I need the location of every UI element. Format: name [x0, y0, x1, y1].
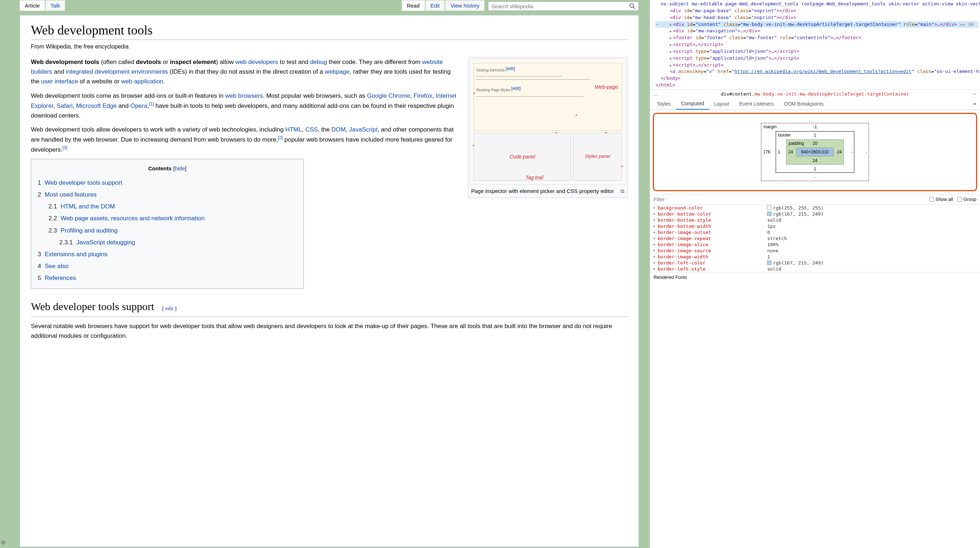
tab-dom-breakpoints[interactable]: DOM Breakpoints: [779, 99, 829, 109]
tab-talk[interactable]: Talk: [46, 0, 65, 11]
toc-item[interactable]: 4See also: [38, 260, 297, 272]
filter-row: Show all Group: [650, 194, 980, 205]
box-model-diagram[interactable]: margin -1 - 176 - border 1 1 1 - padding…: [653, 113, 977, 191]
link-web-developers[interactable]: web developers: [235, 59, 278, 65]
enlarge-icon[interactable]: ⧉: [620, 187, 625, 196]
search-icon[interactable]: [629, 3, 636, 10]
toc-title: Contents: [148, 165, 172, 171]
thumb-tag-trail: Tag trail: [526, 174, 543, 182]
thumbnail-image[interactable]: Viewing Elements [edit] * * Web-page Stu…: [470, 59, 626, 185]
article-content: Web development tools From Wikipedia, th…: [20, 15, 639, 547]
link-web-application[interactable]: web application: [121, 78, 163, 85]
toc-item[interactable]: 5References: [38, 272, 297, 284]
dom-selected-node[interactable]: ⋯<div id="content" class="mw-body ve-ini…: [655, 21, 978, 28]
namespace-tabs: Article Talk: [20, 0, 65, 11]
term-bold: Web development tools: [31, 59, 99, 65]
thumb-code-panel: Code panel: [474, 132, 571, 181]
svg-point-0: [630, 3, 634, 8]
link-dom[interactable]: DOM: [331, 126, 346, 133]
property-row[interactable]: border-bottom-stylesolid: [654, 217, 980, 223]
dom-class-fragment: ns-subject mw-editable page-Web_developm…: [661, 1, 980, 6]
link-opera[interactable]: Opera: [130, 102, 147, 109]
svg-line-1: [633, 7, 635, 9]
tab-history[interactable]: View history: [445, 0, 484, 11]
tab-edit[interactable]: Edit: [426, 0, 445, 11]
tab-computed[interactable]: Computed: [676, 98, 709, 110]
link-html[interactable]: HTML: [285, 126, 302, 133]
dom-href-link[interactable]: https://en.wikipedia.org/wiki/Web_develo…: [734, 68, 912, 74]
show-all-checkbox[interactable]: Show all: [929, 197, 953, 202]
link-safari[interactable]: Safari: [57, 102, 73, 109]
dom-tree[interactable]: ns-subject mw-editable page-Web_developm…: [650, 0, 980, 89]
tabs-row: Article Talk Read Edit View history: [20, 0, 639, 11]
toc-item[interactable]: 2.3Profiling and auditing: [48, 225, 297, 236]
ellipsis-icon[interactable]: ⋯: [656, 21, 659, 28]
link-webpage[interactable]: webpage: [325, 68, 349, 75]
toc-item[interactable]: 2.1HTML and the DOM: [48, 201, 297, 212]
toc-item[interactable]: 2.3.1JavaScript debugging: [59, 236, 297, 248]
devtools-subtabs: Styles Computed Layout Event Listeners D…: [650, 98, 980, 110]
thumb-styles-panel: Styles panel: [573, 132, 622, 181]
thumbnail-caption: Page inspector with element picker and C…: [471, 187, 614, 196]
tab-layout[interactable]: Layout: [709, 99, 734, 109]
toc-hide[interactable]: hide: [175, 165, 185, 171]
page-title: Web development tools: [31, 22, 628, 40]
link-ui[interactable]: user interface: [41, 78, 78, 85]
link-firefox[interactable]: Firefox: [414, 92, 432, 99]
ref-2[interactable]: [2]: [278, 135, 283, 140]
tab-read[interactable]: Read: [402, 0, 425, 11]
link-web-browsers[interactable]: web browsers: [225, 92, 263, 99]
box-content-size: 840×2603.010: [797, 148, 834, 156]
tab-styles[interactable]: Styles: [652, 99, 676, 109]
link-debug[interactable]: debug: [310, 59, 327, 65]
table-of-contents: Contents [hide] 1Web developer tools sup…: [31, 159, 304, 289]
thumb-label-webpage: Web-page: [595, 83, 618, 91]
search-input[interactable]: [491, 3, 629, 10]
toc-item[interactable]: 2Most used features: [38, 189, 297, 201]
view-tabs: Read Edit View history: [402, 0, 484, 11]
property-row[interactable]: background-colorrgb(255, 255, 255): [654, 205, 980, 211]
devtools-panel: ns-subject mw-editable page-Web_developm…: [650, 0, 980, 548]
toc-item[interactable]: 3Extensions and plugins: [38, 248, 297, 260]
thumbnail: Viewing Elements [edit] * * Web-page Stu…: [468, 57, 628, 198]
section-edit-link[interactable]: edit: [165, 306, 174, 311]
breadcrumb-selected: mw-body.ve-init-mw-desktopArticleTarget-…: [754, 91, 909, 97]
search-box[interactable]: [488, 2, 639, 11]
computed-properties-list[interactable]: background-colorrgb(255, 255, 255)border…: [650, 205, 980, 272]
section-heading: Web developer tools support [ edit ]: [31, 298, 628, 317]
link-ide[interactable]: integrated development environments: [66, 68, 168, 75]
rendered-fonts-section[interactable]: Rendered Fonts: [650, 272, 980, 282]
toc-item[interactable]: 2.2Web page assets, resources and networ…: [48, 212, 297, 224]
tab-article[interactable]: Article: [20, 0, 45, 11]
page-subtitle: From Wikipedia, the free encyclopedia: [31, 43, 628, 50]
toc-item[interactable]: 1Web developer tools support: [38, 177, 297, 189]
property-row[interactable]: border-image-width1: [654, 254, 980, 260]
link-chrome[interactable]: Google Chrome: [367, 92, 410, 99]
property-row[interactable]: border-left-colorrgb(167, 215, 249): [654, 260, 980, 266]
property-row[interactable]: border-image-repeatstretch: [654, 235, 980, 242]
tab-event-listeners[interactable]: Event Listeners: [734, 99, 779, 109]
ref-3[interactable]: [3]: [62, 145, 67, 150]
breadcrumb-trail[interactable]: … div#content.mw-body.ve-init-mw-desktop…: [650, 89, 980, 98]
settings-gear-icon[interactable]: ⚙: [1, 539, 6, 546]
property-row[interactable]: border-bottom-colorrgb(167, 215, 249): [654, 211, 980, 217]
property-row[interactable]: border-image-sourcenone: [654, 248, 980, 254]
property-row[interactable]: border-left-stylesolid: [654, 266, 980, 272]
paragraph-4: Several notable web browsers have suppor…: [31, 321, 628, 341]
more-tabs-icon[interactable]: »: [971, 99, 978, 108]
property-row[interactable]: border-image-outset0: [654, 229, 980, 235]
filter-input[interactable]: [654, 197, 925, 202]
link-js[interactable]: JavaScript: [349, 126, 377, 133]
wikipedia-page: Article Talk Read Edit View history Web …: [0, 0, 650, 548]
group-checkbox[interactable]: Group: [958, 197, 977, 202]
link-css[interactable]: CSS: [305, 126, 318, 133]
property-row[interactable]: border-image-slice100%: [654, 242, 980, 248]
link-edge[interactable]: Microsoft Edge: [76, 102, 117, 109]
ref-1[interactable]: [1]: [149, 101, 154, 107]
property-row[interactable]: border-bottom-width1px: [654, 223, 980, 229]
